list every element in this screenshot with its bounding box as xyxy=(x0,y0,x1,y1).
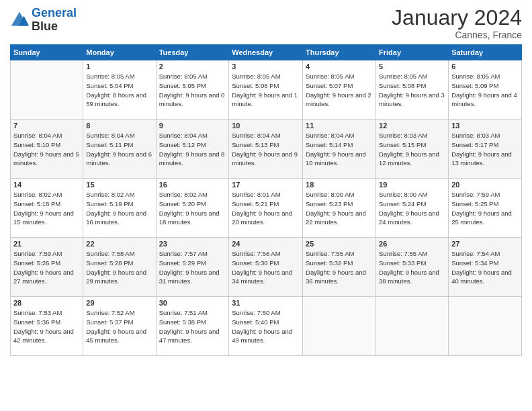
logo-text: General Blue xyxy=(32,7,77,34)
day-number: 1 xyxy=(86,62,152,71)
day-info: Sunrise: 8:02 AMSunset: 5:20 PMDaylight:… xyxy=(159,190,226,227)
location: Cannes, France xyxy=(392,30,522,40)
day-number: 9 xyxy=(159,122,226,130)
day-cell: 23Sunrise: 7:57 AMSunset: 5:29 PMDayligh… xyxy=(156,238,229,297)
day-number: 30 xyxy=(159,299,226,307)
day-info: Sunrise: 8:03 AMSunset: 5:17 PMDaylight:… xyxy=(451,131,519,168)
day-number: 27 xyxy=(451,240,519,248)
day-cell: 5Sunrise: 8:05 AMSunset: 5:08 PMDaylight… xyxy=(376,60,449,120)
day-number: 18 xyxy=(306,181,373,189)
header-row: SundayMondayTuesdayWednesdayThursdayFrid… xyxy=(11,45,522,60)
logo-icon xyxy=(10,11,29,30)
day-number: 14 xyxy=(13,181,80,189)
day-cell: 29Sunrise: 7:52 AMSunset: 5:37 PMDayligh… xyxy=(83,297,156,356)
day-number: 26 xyxy=(379,240,445,248)
day-info: Sunrise: 8:05 AMSunset: 5:09 PMDaylight:… xyxy=(451,72,519,109)
day-cell: 1Sunrise: 8:05 AMSunset: 5:04 PMDaylight… xyxy=(83,60,156,120)
day-number: 25 xyxy=(306,240,373,248)
day-cell: 21Sunrise: 7:59 AMSunset: 5:26 PMDayligh… xyxy=(11,238,83,297)
logo-line2: Blue xyxy=(32,20,77,34)
title-block: January 2024 Cannes, France xyxy=(392,7,522,40)
day-info: Sunrise: 8:04 AMSunset: 5:11 PMDaylight:… xyxy=(86,131,152,168)
col-header-thursday: Thursday xyxy=(303,45,376,60)
day-cell: 3Sunrise: 8:05 AMSunset: 5:06 PMDaylight… xyxy=(229,60,303,120)
day-cell: 9Sunrise: 8:04 AMSunset: 5:12 PMDaylight… xyxy=(156,120,229,179)
week-row-4: 21Sunrise: 7:59 AMSunset: 5:26 PMDayligh… xyxy=(11,238,522,297)
day-info: Sunrise: 7:55 AMSunset: 5:33 PMDaylight:… xyxy=(379,249,445,286)
day-cell: 15Sunrise: 8:02 AMSunset: 5:19 PMDayligh… xyxy=(83,179,156,238)
day-cell: 26Sunrise: 7:55 AMSunset: 5:33 PMDayligh… xyxy=(376,238,449,297)
day-info: Sunrise: 8:04 AMSunset: 5:14 PMDaylight:… xyxy=(306,131,373,168)
day-cell: 24Sunrise: 7:56 AMSunset: 5:30 PMDayligh… xyxy=(229,238,303,297)
day-cell: 16Sunrise: 8:02 AMSunset: 5:20 PMDayligh… xyxy=(156,179,229,238)
day-info: Sunrise: 7:52 AMSunset: 5:37 PMDaylight:… xyxy=(86,308,152,345)
logo: General Blue xyxy=(10,7,77,34)
day-number: 12 xyxy=(379,122,445,130)
day-cell: 25Sunrise: 7:55 AMSunset: 5:32 PMDayligh… xyxy=(303,238,376,297)
day-info: Sunrise: 7:54 AMSunset: 5:34 PMDaylight:… xyxy=(451,249,519,286)
month-title: January 2024 xyxy=(392,7,522,28)
day-info: Sunrise: 8:00 AMSunset: 5:23 PMDaylight:… xyxy=(306,190,373,227)
day-cell: 17Sunrise: 8:01 AMSunset: 5:21 PMDayligh… xyxy=(229,179,303,238)
header: General Blue January 2024 Cannes, France xyxy=(10,7,522,40)
day-info: Sunrise: 8:02 AMSunset: 5:18 PMDaylight:… xyxy=(13,190,80,227)
day-cell xyxy=(11,60,83,120)
day-cell: 2Sunrise: 8:05 AMSunset: 5:05 PMDaylight… xyxy=(156,60,229,120)
day-info: Sunrise: 7:53 AMSunset: 5:36 PMDaylight:… xyxy=(13,308,80,345)
logo-line1: General xyxy=(32,6,77,19)
day-number: 3 xyxy=(232,62,300,71)
day-number: 19 xyxy=(379,181,445,189)
day-number: 2 xyxy=(159,62,226,71)
day-cell: 10Sunrise: 8:04 AMSunset: 5:13 PMDayligh… xyxy=(229,120,303,179)
day-info: Sunrise: 7:58 AMSunset: 5:28 PMDaylight:… xyxy=(86,249,152,286)
day-cell: 27Sunrise: 7:54 AMSunset: 5:34 PMDayligh… xyxy=(449,238,522,297)
day-number: 8 xyxy=(86,122,152,130)
day-number: 17 xyxy=(232,181,300,189)
day-number: 29 xyxy=(86,299,152,307)
day-info: Sunrise: 8:05 AMSunset: 5:08 PMDaylight:… xyxy=(379,72,445,109)
day-info: Sunrise: 7:59 AMSunset: 5:26 PMDaylight:… xyxy=(13,249,80,286)
day-number: 5 xyxy=(379,62,445,71)
day-info: Sunrise: 8:05 AMSunset: 5:04 PMDaylight:… xyxy=(86,72,152,109)
day-cell: 31Sunrise: 7:50 AMSunset: 5:40 PMDayligh… xyxy=(229,297,303,356)
day-number: 15 xyxy=(86,181,152,189)
day-number: 13 xyxy=(451,122,519,130)
day-cell: 14Sunrise: 8:02 AMSunset: 5:18 PMDayligh… xyxy=(11,179,83,238)
week-row-3: 14Sunrise: 8:02 AMSunset: 5:18 PMDayligh… xyxy=(11,179,522,238)
day-cell: 11Sunrise: 8:04 AMSunset: 5:14 PMDayligh… xyxy=(303,120,376,179)
week-row-2: 7Sunrise: 8:04 AMSunset: 5:10 PMDaylight… xyxy=(11,120,522,179)
col-header-saturday: Saturday xyxy=(449,45,522,60)
col-header-tuesday: Tuesday xyxy=(156,45,229,60)
day-cell: 18Sunrise: 8:00 AMSunset: 5:23 PMDayligh… xyxy=(303,179,376,238)
day-info: Sunrise: 8:03 AMSunset: 5:15 PMDaylight:… xyxy=(379,131,445,168)
day-cell: 6Sunrise: 8:05 AMSunset: 5:09 PMDaylight… xyxy=(449,60,522,120)
day-info: Sunrise: 8:02 AMSunset: 5:19 PMDaylight:… xyxy=(86,190,152,227)
week-row-5: 28Sunrise: 7:53 AMSunset: 5:36 PMDayligh… xyxy=(11,297,522,356)
day-cell: 19Sunrise: 8:00 AMSunset: 5:24 PMDayligh… xyxy=(376,179,449,238)
day-cell: 8Sunrise: 8:04 AMSunset: 5:11 PMDaylight… xyxy=(83,120,156,179)
page: General Blue January 2024 Cannes, France… xyxy=(0,0,532,411)
day-number: 16 xyxy=(159,181,226,189)
day-number: 21 xyxy=(13,240,80,248)
day-cell: 20Sunrise: 7:59 AMSunset: 5:25 PMDayligh… xyxy=(449,179,522,238)
day-info: Sunrise: 8:01 AMSunset: 5:21 PMDaylight:… xyxy=(232,190,300,227)
day-info: Sunrise: 8:05 AMSunset: 5:05 PMDaylight:… xyxy=(159,72,226,109)
day-cell: 22Sunrise: 7:58 AMSunset: 5:28 PMDayligh… xyxy=(83,238,156,297)
day-info: Sunrise: 8:05 AMSunset: 5:06 PMDaylight:… xyxy=(232,72,300,109)
col-header-sunday: Sunday xyxy=(11,45,83,60)
day-info: Sunrise: 7:55 AMSunset: 5:32 PMDaylight:… xyxy=(306,249,373,286)
day-number: 4 xyxy=(306,62,373,71)
day-info: Sunrise: 8:05 AMSunset: 5:07 PMDaylight:… xyxy=(306,72,373,109)
day-info: Sunrise: 8:04 AMSunset: 5:10 PMDaylight:… xyxy=(13,131,80,168)
day-cell xyxy=(449,297,522,356)
day-cell: 13Sunrise: 8:03 AMSunset: 5:17 PMDayligh… xyxy=(449,120,522,179)
day-number: 6 xyxy=(451,62,519,71)
col-header-friday: Friday xyxy=(376,45,449,60)
day-info: Sunrise: 7:51 AMSunset: 5:38 PMDaylight:… xyxy=(159,308,226,345)
day-info: Sunrise: 7:59 AMSunset: 5:25 PMDaylight:… xyxy=(451,190,519,227)
day-cell: 4Sunrise: 8:05 AMSunset: 5:07 PMDaylight… xyxy=(303,60,376,120)
day-cell xyxy=(376,297,449,356)
day-cell: 7Sunrise: 8:04 AMSunset: 5:10 PMDaylight… xyxy=(11,120,83,179)
day-cell: 30Sunrise: 7:51 AMSunset: 5:38 PMDayligh… xyxy=(156,297,229,356)
col-header-wednesday: Wednesday xyxy=(229,45,303,60)
